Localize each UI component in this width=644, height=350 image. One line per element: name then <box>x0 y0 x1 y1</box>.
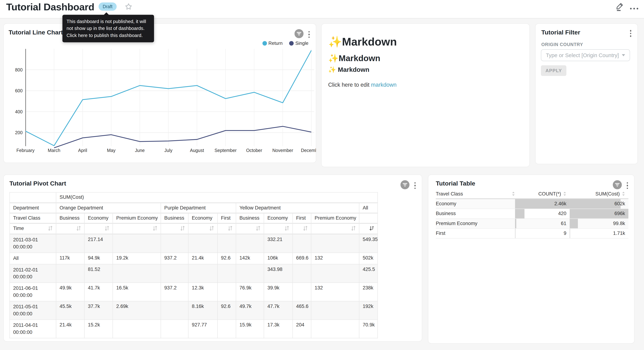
applied-filters-icon[interactable] <box>294 29 303 40</box>
series-single[interactable] <box>54 126 311 148</box>
pivot-cell: 502k <box>359 252 378 264</box>
pivot-department-label: Department <box>10 202 56 213</box>
col-header-travel-class[interactable]: Travel Class <box>436 189 515 198</box>
svg-text:600: 600 <box>15 88 23 93</box>
svg-text:November: November <box>272 148 293 153</box>
svg-text:February: February <box>16 148 35 153</box>
pivot-cell: 70.9k <box>359 319 378 338</box>
sort-icon[interactable] <box>256 226 260 231</box>
sum-bar <box>570 228 570 238</box>
sort-icon[interactable] <box>228 226 232 231</box>
tooltip-line: This dashboard is not published, it will <box>66 18 150 25</box>
pivot-cell: 21.4k <box>188 252 218 264</box>
pivot-time-header: Time <box>10 223 56 234</box>
sort-icon[interactable] <box>303 226 308 231</box>
cell-count: 9 <box>515 228 570 238</box>
col-header-sum-cost[interactable]: SUM(Cost) <box>570 189 628 198</box>
line-chart-plot[interactable]: 200400600800FebruaryMarchAprilMayJuneJul… <box>4 44 316 163</box>
sort-icon[interactable] <box>76 226 81 231</box>
sort-icon[interactable] <box>180 226 185 231</box>
favorite-star-icon[interactable] <box>125 3 132 10</box>
pivot-cell <box>113 234 161 252</box>
markdown-h1: ✨Markdown <box>328 35 523 49</box>
markdown-card: ✨Markdown ✨Markdown ✨ Markdown Click her… <box>321 24 530 167</box>
svg-text:May: May <box>107 148 116 153</box>
more-actions-icon[interactable] <box>630 3 638 12</box>
col-header-count[interactable]: COUNT(*) <box>515 189 570 198</box>
pivot-cell <box>161 234 188 252</box>
pivot-col-header: First <box>292 213 311 223</box>
markdown-h2: ✨Markdown <box>328 53 523 64</box>
sort-icon[interactable] <box>210 226 214 231</box>
pivot-cell <box>218 282 236 301</box>
pivot-cell: 217.14 <box>84 234 113 252</box>
pivot-cell <box>311 234 359 252</box>
count-bar <box>515 219 516 228</box>
sort-desc-icon[interactable] <box>369 226 374 231</box>
edit-pencil-icon[interactable] <box>615 2 624 13</box>
pivot-cell: 37.7k <box>84 301 113 320</box>
pivot-cell <box>292 282 311 301</box>
column-sort-icon[interactable] <box>563 191 566 196</box>
pivot-row: 2011-06-01 00:00:0049.9k41.7k16.5k937.21… <box>10 282 378 301</box>
pivot-cell: 94.9k <box>84 252 113 264</box>
sort-icon[interactable] <box>351 226 356 231</box>
column-sort-icon[interactable] <box>622 191 625 196</box>
chart-options-icon[interactable] <box>413 181 417 190</box>
tooltip-line: Click here to publish this dashboard. <box>66 32 150 39</box>
svg-text:December: December <box>301 148 316 153</box>
pivot-col-header: Business <box>56 213 84 223</box>
table-row: Economy2.46k602k <box>436 199 628 208</box>
svg-text:August: August <box>190 148 204 153</box>
chart-options-icon[interactable] <box>307 30 311 39</box>
table-row: Premium Economy6199.8k <box>436 218 628 228</box>
table-card: Tutorial Table Travel ClassCOUNT(*)SUM(C… <box>428 174 634 344</box>
pivot-cell: 549.35 <box>359 234 378 252</box>
pivot-cell: 92.6 <box>218 301 236 320</box>
pivot-card-title: Tutorial Pivot Chart <box>10 180 66 187</box>
sort-icon[interactable] <box>153 226 157 231</box>
apply-button[interactable]: APPLY <box>541 65 566 76</box>
publish-tooltip[interactable]: This dashboard is not published, it will… <box>62 15 154 42</box>
count-bar <box>515 228 515 238</box>
pivot-group-header: All <box>359 202 378 213</box>
chevron-down-icon <box>622 54 625 56</box>
filter-options-icon[interactable] <box>628 29 632 38</box>
pivot-cell: 41.7k <box>84 282 113 301</box>
pivot-cell <box>311 319 359 338</box>
pivot-col-header: Premium Economy <box>311 213 359 223</box>
pivot-cell: 8.16k <box>188 301 218 320</box>
pivot-cell <box>292 264 311 282</box>
pivot-cell: 2.69k <box>113 301 161 320</box>
pivot-cell <box>56 264 84 282</box>
sort-icon[interactable] <box>285 226 289 231</box>
origin-country-select[interactable]: Type or Select [Origin Country] <box>541 49 630 61</box>
dashboard-page: Tutorial Dashboard Draft This dashboard … <box>0 0 644 350</box>
tutorial-table: Travel ClassCOUNT(*)SUM(Cost)Economy2.46… <box>436 189 628 238</box>
sort-icon[interactable] <box>48 226 52 230</box>
pivot-cell: 81.52 <box>84 264 113 282</box>
pivot-col-header: Economy <box>264 213 292 223</box>
pivot-row: 2011-03-01 00:00:00217.14332.21549.35 <box>10 234 378 252</box>
pivot-cell: 47.7k <box>264 301 292 320</box>
svg-text:July: July <box>164 148 172 153</box>
origin-country-label: ORIGIN COUNTRY <box>541 42 583 47</box>
pivot-cell <box>188 234 218 252</box>
sum-bar <box>570 219 578 228</box>
sort-icon[interactable] <box>105 226 109 231</box>
pivot-cell: 21.4k <box>56 319 84 338</box>
pivot-group-header: Yellow Department <box>236 202 359 213</box>
pivot-col-header: Business <box>236 213 264 223</box>
markdown-edit-link[interactable]: markdown <box>371 82 396 88</box>
svg-text:200: 200 <box>15 130 23 135</box>
column-sort-icon[interactable] <box>512 191 515 196</box>
pivot-cell <box>161 264 188 282</box>
pivot-row-label: 2011-02-01 00:00:00 <box>10 264 56 282</box>
draft-status-badge[interactable]: Draft <box>98 2 116 11</box>
applied-filters-icon[interactable] <box>400 180 409 191</box>
pivot-row-label: 2011-06-01 00:00:00 <box>10 282 56 301</box>
pivot-cell: 343.98 <box>264 264 292 282</box>
chart-options-icon[interactable] <box>625 181 629 190</box>
cell-sum-cost: 1.71k <box>570 228 628 238</box>
cell-count: 420 <box>515 208 570 218</box>
